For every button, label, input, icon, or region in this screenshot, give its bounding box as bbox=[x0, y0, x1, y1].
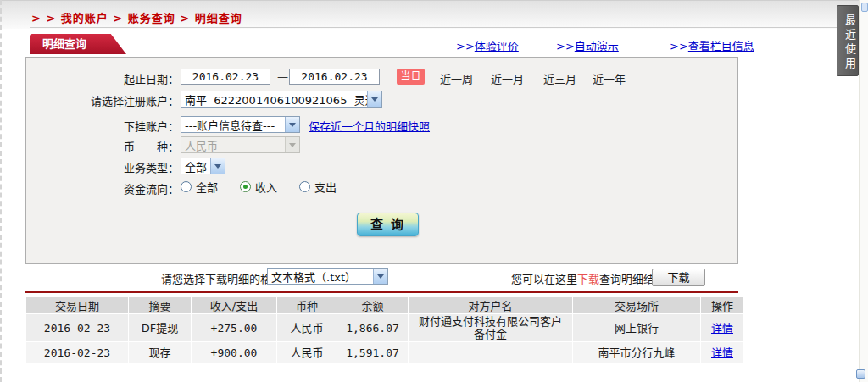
range-last-week[interactable]: 近一周 bbox=[440, 70, 473, 86]
date-range-label: 起止日期： bbox=[26, 70, 179, 86]
scroll-corner-icon[interactable] bbox=[856, 369, 865, 379]
detail-link[interactable]: 详情 bbox=[711, 322, 733, 335]
date-from-input[interactable] bbox=[181, 69, 270, 85]
range-last-year[interactable]: 近一年 bbox=[593, 70, 626, 86]
cell-balance: 1,866.07 bbox=[337, 314, 408, 341]
link-prefix: >> bbox=[556, 40, 575, 53]
download-format-label: 请您选择下载明细的格式 bbox=[161, 270, 282, 286]
sub-account-select[interactable]: ---账户信息待查--- bbox=[181, 116, 300, 133]
col-header-counterparty: 对方户名 bbox=[409, 297, 572, 313]
download-format-select[interactable]: 文本格式（.txt） bbox=[267, 268, 388, 285]
corner-widget-icon[interactable] bbox=[861, 3, 868, 12]
cell-counterparty bbox=[409, 342, 572, 363]
link-label: 查看栏目信息 bbox=[688, 40, 754, 53]
biz-type-label: 业务类型： bbox=[26, 159, 179, 175]
cell-date: 2016-02-23 bbox=[26, 342, 128, 363]
chevron-down-icon bbox=[285, 137, 299, 152]
right-scroll-strip[interactable] bbox=[859, 0, 868, 382]
hint-prefix: 您可以在这里 bbox=[511, 273, 577, 285]
save-snapshot-link[interactable]: 保存近一个月的明细快照 bbox=[309, 118, 430, 134]
registered-account-label: 请选择注册账户： bbox=[26, 92, 179, 108]
page: > > 我的账户 > 账务查询 > 明细查询 明细查询 >>体验评价 >>自动演… bbox=[0, 0, 868, 382]
radio-income-label: 收入 bbox=[255, 179, 277, 195]
col-header-balance: 余额 bbox=[337, 297, 408, 313]
radio-expense[interactable] bbox=[299, 181, 310, 192]
link-prefix: >> bbox=[456, 40, 475, 53]
detail-link[interactable]: 详情 bbox=[711, 346, 733, 359]
radio-expense-label: 支出 bbox=[314, 179, 337, 195]
cell-date: 2016-02-23 bbox=[26, 314, 128, 341]
sub-account-label: 下挂账户： bbox=[26, 118, 179, 134]
date-separator: — bbox=[277, 70, 288, 83]
link-view-column-info[interactable]: >>查看栏目信息 bbox=[670, 37, 754, 53]
cell-counterparty: 财付通支付科技有限公司客户备付金 bbox=[409, 314, 572, 341]
cell-amount: +900.00 bbox=[192, 342, 276, 363]
fund-flow-label: 资金流向： bbox=[26, 180, 179, 197]
cell-place: 南平市分行九峰 bbox=[573, 342, 700, 363]
range-last-month[interactable]: 近一月 bbox=[491, 70, 524, 86]
currency-select: 人民币 bbox=[181, 136, 300, 153]
table-top-red-line bbox=[25, 291, 738, 293]
selected-format-value: 文本格式（.txt） bbox=[268, 269, 373, 285]
query-form-panel: 起止日期： — 当日 近一周 近一月 近三月 近一年 请选择注册账户： 南平 6… bbox=[25, 57, 738, 264]
cell-currency: 人民币 bbox=[277, 314, 337, 341]
col-header-summary: 摘要 bbox=[129, 297, 191, 313]
range-last-3-months[interactable]: 近三月 bbox=[543, 70, 576, 86]
selected-account-value: 南平 6222001406100921065 灵通卡 bbox=[181, 91, 367, 108]
table-header-row: 交易日期 摘要 收入/支出 币种 余额 对方户名 交易场所 操作 bbox=[26, 297, 743, 313]
transactions-table: 交易日期 摘要 收入/支出 币种 余额 对方户名 交易场所 操作 2016-02… bbox=[25, 296, 744, 364]
radio-all-label: 全部 bbox=[196, 179, 218, 195]
link-label: 体验评价 bbox=[475, 40, 519, 53]
cell-balance: 1,591.07 bbox=[337, 342, 408, 363]
left-dashed-edge bbox=[0, 0, 2, 382]
selected-currency-value: 人民币 bbox=[181, 137, 285, 153]
link-experience-rating[interactable]: >>体验评价 bbox=[456, 37, 519, 53]
selected-sub-account-value: ---账户信息待查--- bbox=[181, 117, 285, 133]
col-header-place: 交易场所 bbox=[573, 297, 700, 313]
col-header-currency: 币种 bbox=[277, 297, 337, 313]
col-header-amount: 收入/支出 bbox=[192, 297, 276, 313]
radio-income[interactable] bbox=[240, 181, 251, 192]
currency-label: 币 种： bbox=[26, 138, 179, 154]
breadcrumb-divider bbox=[30, 27, 842, 28]
link-label: 自动演示 bbox=[575, 40, 619, 53]
col-header-action: 操作 bbox=[701, 297, 743, 313]
download-hint: 您可以在这里下载查询明细结果 bbox=[511, 270, 665, 286]
col-header-date: 交易日期 bbox=[26, 297, 128, 313]
recently-used-side-tab[interactable]: 最近使用 bbox=[837, 5, 859, 76]
cell-place: 网上银行 bbox=[573, 314, 700, 341]
date-to-input[interactable] bbox=[289, 69, 380, 85]
table-row: 2016-02-23 现存 +900.00 人民币 1,591.07 南平市分行… bbox=[26, 342, 743, 363]
radio-all[interactable] bbox=[181, 181, 192, 192]
cell-amount: +275.00 bbox=[192, 314, 276, 341]
registered-account-select[interactable]: 南平 6222001406100921065 灵通卡 bbox=[181, 91, 382, 108]
link-auto-demo[interactable]: >>自动演示 bbox=[556, 37, 619, 53]
fund-flow-radio-group: 全部 收入 支出 bbox=[181, 179, 337, 195]
selected-biz-type-value: 全部 bbox=[181, 158, 210, 174]
biz-type-select[interactable]: 全部 bbox=[181, 158, 225, 174]
chevron-down-icon bbox=[210, 158, 225, 174]
hint-download-word: 下载 bbox=[577, 273, 599, 285]
link-prefix: >> bbox=[670, 40, 688, 53]
chevron-down-icon bbox=[373, 269, 387, 284]
table-row: 2016-02-23 DF提现 +275.00 人民币 1,866.07 财付通… bbox=[26, 314, 743, 341]
cell-summary: DF提现 bbox=[129, 314, 191, 341]
download-button[interactable]: 下载 bbox=[652, 269, 705, 286]
cell-currency: 人民币 bbox=[277, 342, 337, 363]
chevron-down-icon bbox=[285, 117, 299, 132]
query-button[interactable]: 查 询 bbox=[357, 213, 419, 236]
today-button[interactable]: 当日 bbox=[397, 69, 425, 85]
cell-summary: 现存 bbox=[129, 342, 191, 363]
tab-detail-query[interactable]: 明细查询 bbox=[30, 34, 126, 54]
breadcrumb: > > 我的账户 > 账务查询 > 明细查询 bbox=[31, 9, 242, 25]
chevron-down-icon bbox=[367, 91, 381, 107]
